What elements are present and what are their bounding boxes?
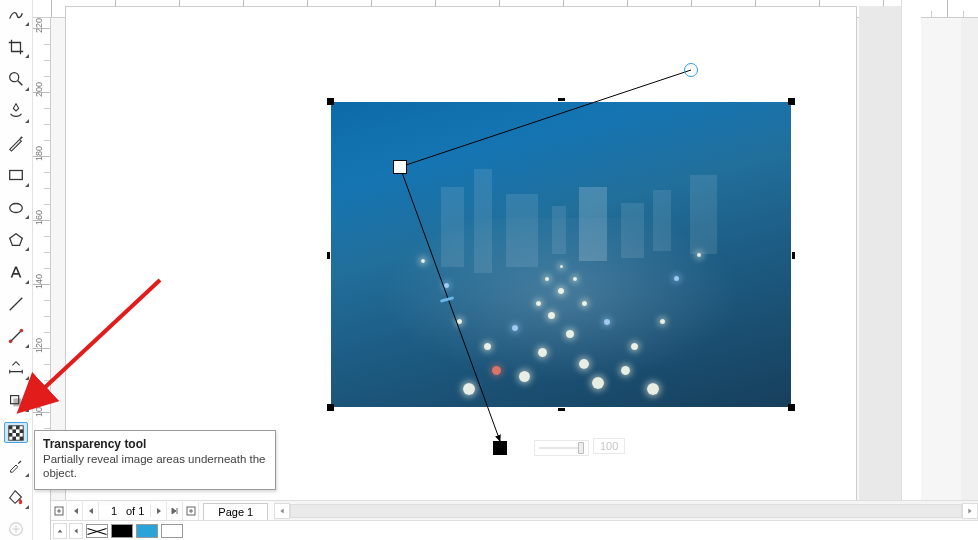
transparency-icon <box>7 424 25 442</box>
connector-tool[interactable] <box>4 326 28 347</box>
resize-handle-br[interactable] <box>788 404 795 411</box>
ellipse-tool[interactable] <box>4 197 28 218</box>
hscroll-left[interactable] <box>274 503 290 519</box>
knife-tool[interactable] <box>4 133 28 154</box>
selected-image[interactable] <box>331 102 791 407</box>
palette-prev[interactable] <box>69 523 83 539</box>
gradient-origin-handle[interactable] <box>684 63 698 77</box>
resize-handle-b[interactable] <box>558 408 565 411</box>
swatch-none[interactable] <box>86 524 108 538</box>
page-next-button[interactable] <box>151 502 167 520</box>
application-root: 220200180160140120100 <box>0 0 978 540</box>
gradient-end-node[interactable] <box>493 441 507 455</box>
svg-point-0 <box>10 73 19 82</box>
page-add-button[interactable] <box>51 502 67 520</box>
resize-handle-bl[interactable] <box>327 404 334 411</box>
swatch-cyan[interactable] <box>136 524 158 538</box>
resize-handle-t[interactable] <box>558 98 565 101</box>
transparency-tool[interactable] <box>4 422 28 443</box>
svg-rect-14 <box>16 433 20 437</box>
page-navigator-bar: of 1 Page 1 <box>51 500 978 520</box>
smudge-tool[interactable] <box>4 101 28 122</box>
photo-content <box>331 102 791 407</box>
crop-tool[interactable] <box>4 36 28 57</box>
swatch-white[interactable] <box>161 524 183 538</box>
node-transparency-value[interactable]: 100 <box>593 438 625 454</box>
resize-handle-r[interactable] <box>792 252 795 259</box>
line-tool[interactable] <box>4 294 28 315</box>
page-tab[interactable]: Page 1 <box>203 503 268 520</box>
eyedropper-tool[interactable] <box>4 454 28 475</box>
color-palette-bar <box>51 520 978 540</box>
tooltip-title: Transparency tool <box>43 437 267 451</box>
pasteboard <box>859 6 901 526</box>
svg-rect-16 <box>20 436 24 440</box>
resize-handle-l[interactable] <box>327 252 330 259</box>
svg-rect-9 <box>9 426 13 430</box>
svg-rect-11 <box>12 429 16 433</box>
rectangle-tool[interactable] <box>4 165 28 186</box>
page-add-after-button[interactable] <box>183 502 199 520</box>
svg-rect-15 <box>12 436 16 440</box>
resize-handle-tr[interactable] <box>788 98 795 105</box>
hscroll-right[interactable] <box>962 503 978 519</box>
toolbox <box>0 0 33 540</box>
svg-rect-10 <box>16 426 20 430</box>
gradient-start-node[interactable] <box>393 160 407 174</box>
resize-handle-tl[interactable] <box>327 98 334 105</box>
fill-tool[interactable] <box>4 487 28 508</box>
swatch-black[interactable] <box>111 524 133 538</box>
right-panel-edge <box>901 0 921 540</box>
node-transparency-slider[interactable] <box>534 440 589 456</box>
svg-rect-7 <box>13 398 21 406</box>
horizontal-scrollbar[interactable] <box>274 501 978 520</box>
page-of-label: of <box>126 505 135 517</box>
tooltip-body: Partially reveal image areas underneath … <box>43 452 267 481</box>
svg-rect-12 <box>20 429 24 433</box>
svg-marker-3 <box>10 233 23 245</box>
page-last-button[interactable] <box>167 502 183 520</box>
svg-rect-13 <box>9 433 13 437</box>
svg-point-2 <box>10 203 23 212</box>
freehand-tool[interactable] <box>4 4 28 25</box>
text-tool[interactable] <box>4 261 28 282</box>
tool-tooltip: Transparency tool Partially reveal image… <box>34 430 276 490</box>
dimension-tool[interactable] <box>4 358 28 379</box>
drop-shadow-tool[interactable] <box>4 390 28 411</box>
zoom-tool[interactable] <box>4 68 28 89</box>
palette-scroll-up[interactable] <box>53 523 67 539</box>
svg-rect-1 <box>10 171 23 180</box>
page-current-input[interactable] <box>105 505 123 517</box>
polygon-tool[interactable] <box>4 229 28 250</box>
page-prev-button[interactable] <box>83 502 99 520</box>
page-counter: of 1 <box>99 505 151 517</box>
page-first-button[interactable] <box>67 502 83 520</box>
add-tool-button[interactable] <box>4 519 28 540</box>
page-total: 1 <box>138 505 144 517</box>
hscroll-thumb[interactable] <box>291 505 961 517</box>
